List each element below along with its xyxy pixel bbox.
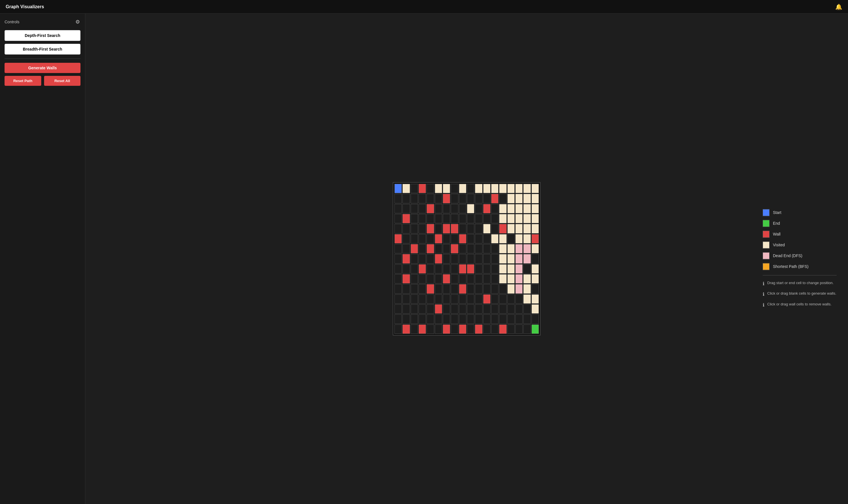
grid-cell[interactable] [394, 284, 402, 293]
grid-cell[interactable] [515, 314, 523, 324]
grid-cell[interactable] [523, 294, 531, 304]
grid-cell[interactable] [515, 274, 523, 284]
grid-cell[interactable] [419, 324, 426, 334]
grid-cell[interactable] [451, 244, 458, 253]
grid-cell[interactable] [427, 254, 434, 263]
grid-cell[interactable] [443, 254, 450, 263]
grid-cell[interactable] [499, 274, 506, 284]
grid-cell[interactable] [451, 294, 458, 304]
grid-cell[interactable] [443, 234, 450, 244]
grid-cell[interactable] [523, 214, 531, 223]
grid-cell[interactable] [402, 194, 410, 203]
grid-cell[interactable] [443, 224, 450, 233]
grid-cell[interactable] [402, 254, 410, 263]
grid-cell[interactable] [483, 314, 490, 324]
grid-cell[interactable] [394, 264, 402, 274]
grid-cell[interactable] [475, 274, 482, 284]
grid-cell[interactable] [467, 324, 474, 334]
grid-cell[interactable] [451, 284, 458, 293]
grid-cell[interactable] [411, 324, 418, 334]
grid-cell[interactable] [483, 324, 490, 334]
grid-cell[interactable] [394, 324, 402, 334]
grid-cell[interactable] [491, 214, 499, 223]
grid-cell[interactable] [435, 234, 442, 244]
grid-cell[interactable] [523, 324, 531, 334]
grid-cell[interactable] [483, 304, 490, 314]
grid-cell[interactable] [451, 304, 458, 314]
grid-cell[interactable] [427, 214, 434, 223]
grid-cell[interactable] [394, 304, 402, 314]
grid-cell[interactable] [402, 314, 410, 324]
grid-cell[interactable] [499, 224, 506, 233]
grid-cell[interactable] [467, 264, 474, 274]
grid-cell[interactable] [491, 324, 499, 334]
grid-cell[interactable] [411, 254, 418, 263]
grid-cell[interactable] [394, 244, 402, 253]
grid-cell[interactable] [467, 314, 474, 324]
grid-cell[interactable] [483, 264, 490, 274]
grid-cell[interactable] [532, 184, 539, 193]
grid-cell[interactable] [402, 274, 410, 284]
grid-cell[interactable] [443, 184, 450, 193]
grid-cell[interactable] [411, 234, 418, 244]
grid-cell[interactable] [467, 234, 474, 244]
grid-cell[interactable] [435, 324, 442, 334]
dfs-button[interactable]: Depth-First Search [4, 30, 81, 41]
grid-cell[interactable] [523, 204, 531, 213]
grid-cell[interactable] [491, 314, 499, 324]
grid-cell[interactable] [443, 284, 450, 293]
grid-cell[interactable] [515, 254, 523, 263]
grid-cell[interactable] [459, 244, 466, 253]
grid-cell[interactable] [491, 204, 499, 213]
grid-cell[interactable] [475, 244, 482, 253]
grid-cell[interactable] [467, 194, 474, 203]
grid-cell[interactable] [411, 214, 418, 223]
grid-cell[interactable] [402, 284, 410, 293]
grid-cell[interactable] [427, 264, 434, 274]
grid-cell[interactable] [459, 324, 466, 334]
grid-cell[interactable] [435, 314, 442, 324]
grid-cell[interactable] [419, 284, 426, 293]
reset-all-button[interactable]: Reset All [44, 76, 81, 86]
grid-cell[interactable] [515, 234, 523, 244]
grid-cell[interactable] [507, 294, 515, 304]
grid-cell[interactable] [427, 324, 434, 334]
settings-button[interactable]: ⚙ [75, 18, 81, 25]
grid-cell[interactable] [532, 324, 539, 334]
grid-cell[interactable] [459, 194, 466, 203]
grid-cell[interactable] [459, 214, 466, 223]
grid-cell[interactable] [475, 204, 482, 213]
grid-cell[interactable] [515, 224, 523, 233]
bfs-button[interactable]: Breadth-First Search [4, 44, 81, 55]
grid-cell[interactable] [532, 304, 539, 314]
grid-cell[interactable] [427, 304, 434, 314]
grid-cell[interactable] [507, 224, 515, 233]
grid-cell[interactable] [427, 274, 434, 284]
grid-cell[interactable] [523, 184, 531, 193]
grid-cell[interactable] [443, 304, 450, 314]
grid-cell[interactable] [435, 254, 442, 263]
grid-cell[interactable] [515, 184, 523, 193]
grid-cell[interactable] [435, 184, 442, 193]
grid-cell[interactable] [507, 204, 515, 213]
grid-cell[interactable] [475, 214, 482, 223]
grid-cell[interactable] [402, 204, 410, 213]
grid-cell[interactable] [507, 274, 515, 284]
grid-cell[interactable] [427, 284, 434, 293]
grid-cell[interactable] [483, 224, 490, 233]
grid-cell[interactable] [507, 314, 515, 324]
grid-cell[interactable] [435, 204, 442, 213]
grid-cell[interactable] [419, 304, 426, 314]
grid-cell[interactable] [435, 244, 442, 253]
grid-cell[interactable] [394, 184, 402, 193]
grid-cell[interactable] [475, 184, 482, 193]
notification-icon[interactable]: 🔔 [835, 3, 842, 10]
grid-cell[interactable] [532, 254, 539, 263]
grid-cell[interactable] [507, 284, 515, 293]
grid-cell[interactable] [451, 274, 458, 284]
grid-cell[interactable] [491, 254, 499, 263]
grid-cell[interactable] [419, 264, 426, 274]
grid-cell[interactable] [419, 224, 426, 233]
grid-cell[interactable] [459, 284, 466, 293]
grid-cell[interactable] [499, 304, 506, 314]
